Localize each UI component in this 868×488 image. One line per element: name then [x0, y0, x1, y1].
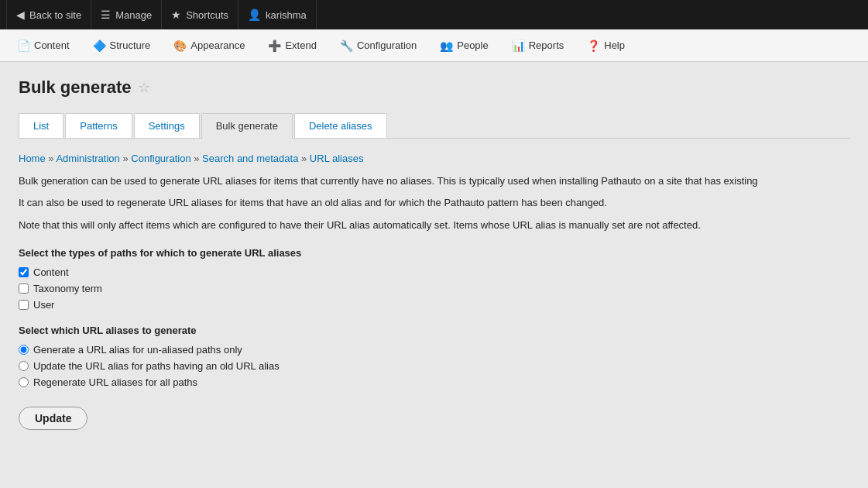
manage-label: Manage — [115, 9, 152, 21]
structure-icon: 🔷 — [93, 40, 106, 52]
radio-unaliased[interactable]: Generate a URL alias for un-aliased path… — [19, 344, 849, 356]
nav-people[interactable]: 👥 People — [429, 29, 499, 61]
breadcrumb-url-aliases[interactable]: URL aliases — [310, 153, 364, 164]
checkbox-user-input[interactable] — [19, 300, 29, 310]
nav-help[interactable]: ❓ Help — [576, 29, 636, 61]
main-content: Bulk generate ☆ List Patterns Settings B… — [0, 62, 868, 488]
nav-structure-label: Structure — [110, 40, 151, 51]
nav-extend[interactable]: ➕ Extend — [257, 29, 327, 61]
breadcrumb-home[interactable]: Home — [19, 153, 46, 164]
nav-help-label: Help — [604, 40, 625, 51]
radio-old-alias-input[interactable] — [19, 361, 29, 371]
breadcrumb-search-metadata[interactable]: Search and metadata — [202, 153, 298, 164]
extend-icon: ➕ — [268, 40, 281, 52]
checkbox-taxonomy-term[interactable]: Taxonomy term — [19, 283, 849, 294]
checkbox-content-label: Content — [33, 266, 69, 278]
checkbox-taxonomy-label: Taxonomy term — [33, 283, 102, 294]
back-to-site-link[interactable]: ◀ Back to site — [6, 0, 91, 29]
content-icon: 📄 — [17, 40, 30, 52]
checkbox-user-label: User — [33, 299, 54, 311]
radio-regenerate-label: Regenerate URL aliases for all paths — [33, 376, 197, 388]
description-line1: Bulk generation can be used to generate … — [19, 174, 849, 189]
back-to-site-label: Back to site — [29, 9, 81, 21]
nav-extend-label: Extend — [285, 40, 316, 51]
radio-unaliased-label: Generate a URL alias for un-aliased path… — [33, 344, 242, 356]
admin-bar: ◀ Back to site ☰ Manage ★ Shortcuts 👤 ka… — [0, 0, 868, 29]
people-icon: 👥 — [440, 40, 453, 52]
breadcrumb-sep2: » — [122, 153, 131, 164]
tab-settings[interactable]: Settings — [134, 113, 200, 138]
radio-old-alias-label: Update the URL alias for paths having an… — [33, 360, 280, 372]
checkbox-content[interactable]: Content — [19, 266, 849, 278]
manage-link[interactable]: ☰ Manage — [91, 0, 162, 29]
breadcrumb-configuration[interactable]: Configuration — [131, 153, 190, 164]
shortcuts-link[interactable]: ★ Shortcuts — [162, 0, 238, 29]
checkbox-taxonomy-input[interactable] — [19, 284, 29, 294]
manage-icon: ☰ — [101, 9, 111, 21]
star-nav-icon: ★ — [171, 9, 181, 21]
nav-reports-label: Reports — [529, 40, 564, 51]
nav-configuration-label: Configuration — [357, 40, 417, 51]
user-label: karishma — [266, 9, 307, 21]
description-line2: It can also be used to regenerate URL al… — [19, 195, 849, 211]
secondary-nav: 📄 Content 🔷 Structure 🎨 Appearance ➕ Ext… — [0, 29, 868, 62]
nav-appearance[interactable]: 🎨 Appearance — [163, 29, 256, 61]
nav-content[interactable]: 📄 Content — [6, 29, 81, 61]
user-link[interactable]: 👤 karishma — [238, 0, 317, 29]
checkbox-user[interactable]: User — [19, 299, 849, 311]
bookmark-icon[interactable]: ☆ — [138, 79, 150, 96]
nav-content-label: Content — [34, 40, 70, 51]
url-aliases-group: Generate a URL alias for un-aliased path… — [19, 344, 849, 388]
help-icon: ❓ — [587, 40, 600, 52]
page-title: Bulk generate — [19, 77, 132, 98]
configuration-icon: 🔧 — [340, 40, 353, 52]
nav-appearance-label: Appearance — [190, 40, 245, 51]
breadcrumb-sep4: » — [301, 153, 310, 164]
checkbox-content-input[interactable] — [19, 267, 29, 277]
description-line3: Note that this will only affect items wh… — [19, 218, 849, 233]
tab-patterns[interactable]: Patterns — [65, 113, 132, 138]
tab-bar: List Patterns Settings Bulk generate Del… — [19, 113, 849, 139]
nav-structure[interactable]: 🔷 Structure — [82, 29, 162, 61]
tab-delete-aliases[interactable]: Delete aliases — [294, 113, 387, 138]
back-arrow-icon: ◀ — [16, 9, 25, 21]
tab-bulk-generate[interactable]: Bulk generate — [201, 113, 293, 139]
user-icon: 👤 — [248, 9, 261, 21]
radio-regenerate-input[interactable] — [19, 377, 29, 387]
nav-configuration[interactable]: 🔧 Configuration — [329, 29, 427, 61]
breadcrumb-administration[interactable]: Administration — [56, 153, 119, 164]
update-button[interactable]: Update — [19, 407, 87, 430]
breadcrumb-sep3: » — [194, 153, 202, 164]
radio-regenerate[interactable]: Regenerate URL aliases for all paths — [19, 376, 849, 388]
nav-reports[interactable]: 📊 Reports — [501, 29, 575, 61]
tab-list[interactable]: List — [19, 113, 63, 138]
appearance-icon: 🎨 — [173, 40, 187, 52]
nav-people-label: People — [457, 40, 488, 51]
page-title-area: Bulk generate ☆ — [19, 77, 849, 98]
shortcuts-label: Shortcuts — [186, 9, 228, 21]
breadcrumb-sep1: » — [48, 153, 56, 164]
radio-unaliased-input[interactable] — [19, 345, 29, 355]
path-types-title: Select the types of paths for which to g… — [19, 247, 849, 259]
path-types-group: Content Taxonomy term User — [19, 266, 849, 311]
reports-icon: 📊 — [512, 40, 525, 52]
radio-old-alias[interactable]: Update the URL alias for paths having an… — [19, 360, 849, 372]
breadcrumb: Home » Administration » Configuration » … — [19, 153, 849, 164]
url-aliases-title: Select which URL aliases to generate — [19, 325, 849, 336]
